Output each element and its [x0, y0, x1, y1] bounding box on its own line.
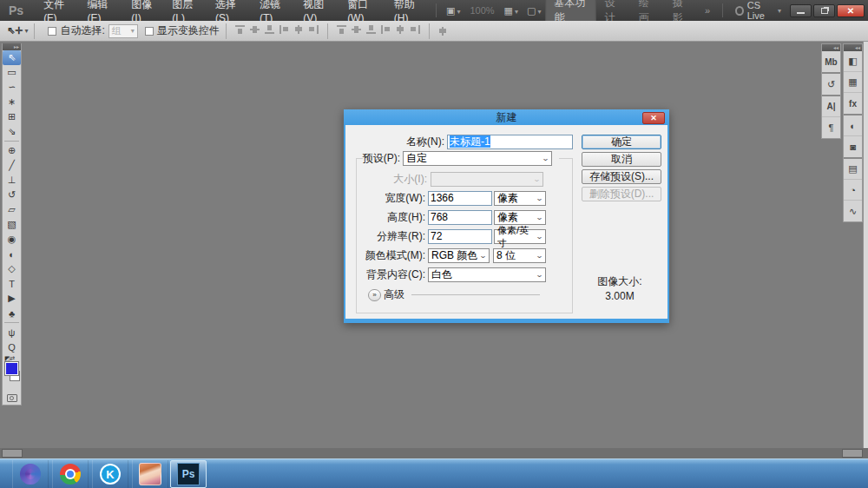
name-input[interactable]: 未标题-1 [447, 135, 573, 149]
clone-stamp-tool[interactable]: ⊥ [3, 173, 21, 188]
panel-column-1: ◂◂ Mb↺A|¶ [821, 43, 841, 139]
masks-panel-icon[interactable]: ◙ [844, 136, 862, 157]
gradient-tool[interactable]: ▧ [3, 217, 21, 232]
history-brush-tool[interactable]: ↺ [3, 188, 21, 202]
dialog-close-button[interactable]: ✕ [642, 112, 665, 124]
taskbar-kugou-button[interactable]: K [92, 460, 128, 488]
show-transform-checkbox[interactable] [145, 27, 154, 36]
cs-live-button[interactable]: CS Live▾ [735, 0, 781, 21]
cancel-button[interactable]: 取消 [582, 152, 661, 167]
divider [327, 23, 328, 39]
color-mode-label: 颜色模式(M): [351, 248, 425, 263]
move-tool[interactable]: ⇖ [3, 50, 21, 65]
distribute-icons-group [334, 24, 423, 37]
workspace-overflow-button[interactable]: » [698, 5, 717, 16]
blur-tool[interactable]: ◉ [3, 232, 21, 247]
auto-select-dropdown[interactable]: 组▾ [108, 24, 138, 38]
height-label: 高度(H): [363, 210, 425, 225]
lasso-tool[interactable]: ∽ [3, 80, 21, 95]
show-transform-label: 显示变换控件 [157, 23, 220, 38]
resolution-input[interactable]: 72 [428, 229, 492, 244]
panel-group: ◐◙ [844, 115, 862, 159]
color-swatches-area: ◩⇄ [3, 354, 21, 391]
swatches-panel-icon[interactable]: ▦ [844, 72, 862, 93]
color-mode-dropdown[interactable]: RGB 颜色⌄ [428, 248, 490, 263]
zoom-tool[interactable]: Q [3, 340, 21, 354]
move-tool-icon: ⇖✛ [7, 25, 23, 36]
preset-dropdown[interactable]: 自定⌄ [403, 151, 552, 166]
distribute-bottom-edges-icon [365, 24, 377, 35]
view-extras-icon[interactable]: ▦▾ [500, 5, 523, 16]
align-top-edges-icon [234, 24, 246, 35]
character-panel-icon[interactable]: A| [822, 96, 840, 117]
taskbar-chrome-button[interactable] [52, 460, 89, 488]
window-bottom-edge [0, 448, 868, 458]
background-contents-dropdown[interactable]: 白色⌄ [428, 267, 546, 282]
taskbar-app-swirl-button[interactable] [12, 460, 49, 488]
paragraph-panel-icon[interactable]: ¶ [822, 117, 840, 138]
ok-button[interactable]: 确定 [582, 135, 661, 149]
avatar [139, 463, 161, 485]
screen-mode-icon[interactable]: ▢▾ [523, 5, 545, 16]
close-button[interactable]: ✕ [837, 4, 865, 17]
quick-mask-button[interactable] [3, 391, 21, 405]
dialog-title[interactable]: 新建 [344, 109, 669, 125]
minimize-button[interactable] [790, 4, 812, 17]
scroll-corner-right [842, 449, 863, 458]
custom-shape-tool[interactable]: ♣ [3, 306, 21, 320]
panel-collapse-grip[interactable]: ◂◂ [822, 44, 840, 51]
taskbar-photoshop-button[interactable]: Ps [170, 460, 207, 488]
dodge-tool[interactable]: ◐ [3, 247, 21, 261]
channels-panel-icon[interactable]: ◔ [844, 180, 862, 201]
save-preset-button[interactable]: 存储预设(S)... [582, 169, 661, 184]
layers-panel-icon[interactable]: ▤ [844, 159, 862, 180]
delete-preset-button: 删除预设(D)... [582, 187, 661, 201]
scroll-corner-left [2, 449, 23, 458]
quick-selection-tool[interactable]: ∗ [3, 95, 21, 109]
path-selection-tool[interactable]: ▶ [3, 291, 21, 306]
auto-align-layers-icon[interactable] [437, 26, 449, 36]
type-tool[interactable]: T [3, 276, 21, 291]
zoom-level[interactable]: 100% [464, 5, 499, 16]
color-panel-icon[interactable]: ◧ [844, 51, 862, 72]
swirl-app-icon [20, 464, 41, 485]
color-depth-dropdown[interactable]: 8 位⌄ [493, 248, 546, 263]
crop-tool[interactable]: ⊞ [3, 109, 21, 124]
tools-panel-collapse-grip[interactable]: ▸▸ [3, 43, 21, 50]
size-label: 大小(I): [372, 172, 427, 187]
auto-select-checkbox[interactable] [48, 27, 56, 36]
advanced-expander-button[interactable]: » [368, 289, 381, 301]
tool-separator [4, 141, 19, 142]
panel-group: ↺ [822, 74, 840, 96]
advanced-label: 高级 [384, 287, 410, 302]
arrange-documents-icon[interactable]: ▣▾ [442, 5, 464, 16]
styles-panel-icon[interactable]: fx [844, 93, 862, 114]
eraser-tool[interactable]: ▱ [3, 202, 21, 217]
divider [226, 23, 227, 39]
brush-tool[interactable]: ╱ [3, 158, 21, 173]
spot-healing-brush-tool[interactable]: ⊕ [3, 143, 21, 158]
eyedropper-tool[interactable]: ⇘ [3, 124, 21, 139]
restore-button[interactable] [813, 4, 835, 17]
panel-collapse-grip[interactable]: ◂◂ [844, 44, 862, 51]
taskbar-avatar-button[interactable] [132, 460, 168, 488]
app-titlebar: Ps 文件(F)编辑(E)图像(I)图层(L)选择(S)滤镜(T)视图(V)窗口… [0, 0, 868, 21]
pen-tool[interactable]: ◇ [3, 261, 21, 276]
width-unit-dropdown[interactable]: 像素⌄ [494, 191, 546, 206]
resolution-unit-dropdown[interactable]: 像素/英寸⌄ [494, 229, 546, 244]
tool-preset-arrow[interactable]: ▾ [24, 27, 28, 35]
default-colors-icon[interactable]: ◩⇄ [4, 355, 15, 362]
align-left-edges-icon [279, 24, 290, 35]
hand-tool[interactable]: ψ [3, 325, 21, 340]
foreground-color-swatch[interactable] [5, 362, 18, 375]
height-unit-dropdown[interactable]: 像素⌄ [494, 210, 546, 225]
height-input[interactable]: 768 [428, 210, 492, 225]
paths-panel-icon[interactable]: ∿ [844, 201, 862, 221]
history-panel-icon[interactable]: ↺ [822, 74, 840, 95]
size-dropdown: ⌄ [431, 172, 543, 187]
adjustments-panel-icon[interactable]: ◐ [844, 115, 862, 136]
width-input[interactable]: 1366 [428, 191, 492, 206]
mini-bridge-panel-icon[interactable]: Mb [822, 51, 840, 72]
divider [34, 23, 35, 39]
rectangular-marquee-tool[interactable]: ▭ [3, 65, 21, 80]
